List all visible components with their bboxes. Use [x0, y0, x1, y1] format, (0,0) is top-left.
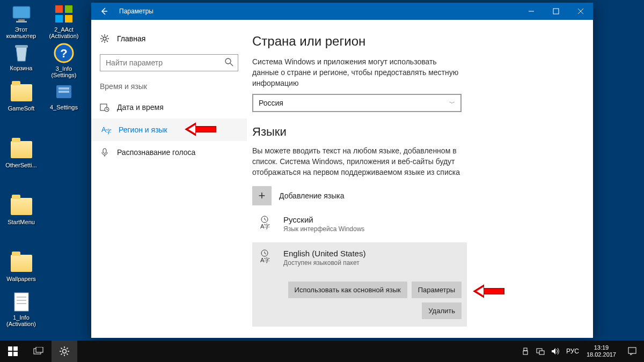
minimize-button[interactable] — [519, 3, 544, 20]
back-arrow-icon — [100, 7, 108, 16]
svg-rect-1 — [18, 19, 25, 21]
desktop-icon-othersetti[interactable]: OtherSetti... — [1, 138, 41, 175]
region-dropdown[interactable]: Россия ﹀ — [252, 94, 462, 112]
tray-network-icon[interactable] — [533, 347, 548, 356]
languages-description: Вы можете вводить текст на любом языке, … — [252, 145, 462, 178]
svg-rect-54 — [13, 346, 18, 351]
svg-text:?: ? — [60, 47, 67, 60]
folder-icon — [11, 255, 32, 272]
remove-language-button[interactable]: Удалить — [422, 302, 462, 319]
settings-window: Параметры Главная Время и язык Дата и вр… — [91, 3, 593, 338]
desktop-icon-settings4[interactable]: 4_Settings — [43, 80, 84, 117]
category-title: Время и язык — [91, 71, 247, 96]
home-label: Главная — [117, 34, 145, 43]
desktop-icon-recycle[interactable]: Корзина — [1, 41, 41, 78]
svg-line-47 — [265, 253, 266, 254]
tray-language[interactable]: РУС — [563, 348, 582, 355]
svg-rect-13 — [14, 293, 28, 311]
language-item-russian[interactable]: A字 Русский Язык интерфейса Windows — [252, 209, 467, 239]
folder-icon — [11, 84, 32, 101]
region-description: Система Windows и приложения могут испол… — [252, 56, 462, 88]
svg-rect-69 — [523, 351, 528, 354]
tray-clock[interactable]: 13:19 18.02.2017 — [582, 344, 620, 358]
settings-file-icon — [53, 82, 75, 101]
window-title: Параметры — [117, 8, 519, 15]
add-language-button[interactable]: + Добавление языка — [252, 186, 575, 205]
desktop-icon-label: 4_Settings — [50, 104, 78, 110]
svg-text:A字: A字 — [260, 257, 270, 263]
svg-rect-4 — [65, 5, 72, 13]
language-subtext: Язык интерфейса Windows — [283, 225, 364, 233]
svg-rect-7 — [15, 45, 28, 48]
svg-rect-19 — [553, 9, 559, 14]
sidebar-item-region-lang[interactable]: A字 Регион и язык — [91, 119, 247, 141]
back-button[interactable] — [91, 3, 117, 20]
heading-region: Страна или регион — [252, 34, 575, 49]
desktop-icon-info1[interactable]: 1_Info (Activation) — [1, 290, 41, 328]
desktop-icon-startmenu[interactable]: StartMenu — [1, 195, 41, 232]
desktop-icon-gamesoft[interactable]: GameSoft — [1, 81, 41, 119]
search-input[interactable] — [100, 54, 238, 71]
svg-line-30 — [101, 41, 103, 42]
desktop-icon-label: Этот компьютер — [6, 26, 36, 39]
start-button[interactable] — [0, 341, 26, 362]
svg-rect-39 — [103, 149, 106, 153]
svg-rect-68 — [524, 348, 527, 351]
add-language-label: Добавление языка — [279, 191, 345, 200]
maximize-button[interactable] — [544, 3, 568, 20]
language-options-button[interactable]: Параметры — [412, 282, 462, 298]
home-link[interactable]: Главная — [91, 29, 247, 48]
folder-icon — [11, 198, 32, 215]
svg-rect-11 — [58, 87, 69, 90]
gear-icon — [59, 346, 70, 357]
language-subtext: Доступен языковой пакет — [283, 259, 365, 267]
svg-rect-56 — [13, 352, 18, 356]
desktop-icon-label: 3_Info (Settings) — [51, 65, 76, 78]
ms-logo-icon — [54, 4, 74, 24]
content-area: Страна или регион Система Windows и прил… — [247, 20, 593, 338]
desktop-icon-this-pc[interactable]: Этот компьютер — [1, 2, 41, 40]
task-view-button[interactable] — [26, 341, 52, 362]
desktop-icon-label: Wallpapers — [6, 276, 36, 282]
taskbar-app-settings[interactable] — [52, 341, 77, 362]
set-default-button[interactable]: Использовать как основной язык — [288, 282, 407, 298]
close-button[interactable] — [568, 3, 593, 20]
sidebar-item-speech[interactable]: Распознавание голоса — [91, 141, 247, 164]
tray-usb-icon[interactable] — [518, 347, 533, 356]
action-center-button[interactable] — [620, 341, 644, 362]
svg-rect-3 — [55, 5, 63, 13]
desktop-icon-wallpapers[interactable]: Wallpapers — [1, 252, 41, 289]
calendar-clock-icon — [100, 102, 109, 112]
svg-line-65 — [67, 353, 68, 354]
svg-line-28 — [107, 41, 108, 42]
desktop-icon-info3[interactable]: ? 3_Info (Settings) — [43, 41, 84, 79]
desktop: Этот компьютер 2_AAct (Activation) Корзи… — [0, 0, 91, 331]
language-name: English (United States) — [283, 249, 365, 258]
notification-icon — [627, 346, 637, 356]
svg-rect-12 — [58, 91, 69, 93]
svg-line-43 — [265, 219, 266, 220]
search-icon — [224, 57, 234, 67]
svg-line-27 — [101, 35, 103, 37]
windows-logo-icon — [8, 346, 18, 356]
language-glyph-icon: A字 — [258, 249, 276, 267]
desktop-icon-aact[interactable]: 2_AAct (Activation) — [43, 2, 84, 40]
language-name: Русский — [283, 215, 364, 224]
close-icon — [577, 8, 584, 14]
taskbar: РУС 13:19 18.02.2017 — [0, 341, 644, 362]
pc-icon — [11, 4, 32, 24]
sidebar-item-date-time[interactable]: Дата и время — [91, 96, 247, 119]
svg-rect-5 — [55, 15, 63, 23]
svg-point-22 — [103, 37, 106, 40]
tray-volume-icon[interactable] — [548, 347, 563, 356]
task-view-icon — [33, 347, 44, 356]
sidebar: Главная Время и язык Дата и время A字 Рег… — [91, 20, 247, 338]
chevron-down-icon: ﹀ — [449, 99, 455, 107]
language-item-english[interactable]: A字 English (United States) Доступен язык… — [252, 242, 467, 327]
minimize-icon — [528, 8, 535, 14]
svg-point-31 — [225, 58, 231, 64]
plus-icon: + — [252, 186, 272, 205]
tray-date: 18.02.2017 — [587, 351, 616, 358]
language-icon: A字 — [101, 125, 111, 135]
svg-rect-58 — [36, 347, 43, 352]
